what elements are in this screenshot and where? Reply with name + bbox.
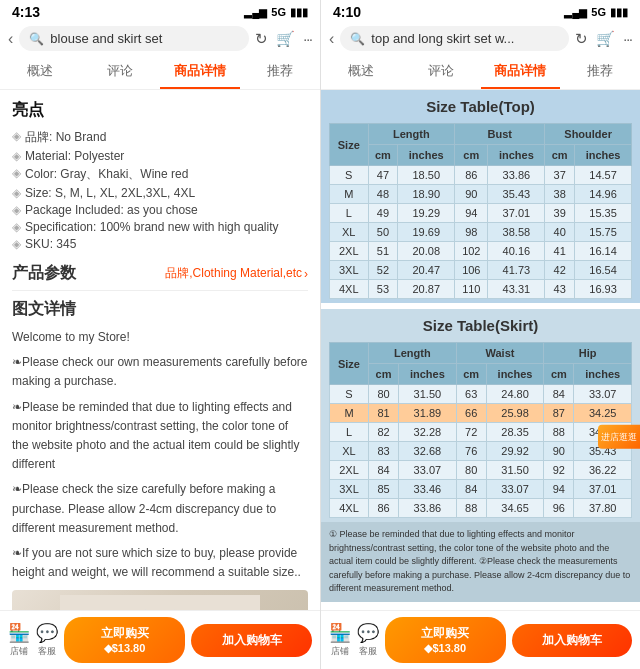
cell-bust-in: 40.16 (488, 242, 545, 261)
figure-para-2: ❧Please be reminded that due to lighting… (12, 398, 308, 475)
left-cart-icon[interactable]: 🛒 (276, 30, 295, 48)
float-btn-label: 进店逛逛 (601, 432, 637, 442)
highlights-title: 亮点 (12, 100, 308, 121)
right-cart-icon[interactable]: 🛒 (596, 30, 615, 48)
service-icon-item[interactable]: 💬 客服 (36, 622, 58, 658)
cell-size: 4XL (330, 280, 369, 299)
right-time: 4:10 (333, 4, 361, 20)
highlight-text: Package Included: as you chose (25, 203, 198, 217)
right-refresh-icon[interactable]: ↻ (575, 30, 588, 48)
tab-review-left[interactable]: 评论 (80, 55, 160, 89)
cell-bust-cm: 102 (455, 242, 488, 261)
right-store-label: 店铺 (331, 645, 349, 658)
cell-size: 2XL (330, 461, 369, 480)
right-content: Size Table(Top) Size Length Bust Shoulde… (321, 90, 640, 610)
table-row: 3XL 52 20.47 106 41.73 42 16.54 (330, 261, 632, 280)
highlight-text: Size: S, M, L, XL, 2XL,3XL, 4XL (25, 186, 195, 200)
cell-waist-in: 29.92 (486, 442, 544, 461)
cell-waist-cm: 84 (456, 480, 486, 499)
right-add-cart-label: 加入购物车 (542, 633, 602, 647)
tab-overview-right[interactable]: 概述 (321, 55, 401, 89)
left-phone: 4:13 ▂▄▆ 5G ▮▮▮ ‹ 🔍 ↻ 🛒 ··· 概述 评论 商品详情 推… (0, 0, 320, 669)
right-add-cart-button[interactable]: 加入购物车 (512, 624, 633, 657)
right-service-icon-item[interactable]: 💬 客服 (357, 622, 379, 658)
cell-length-in: 32.28 (399, 423, 457, 442)
right-battery-icon: ▮▮▮ (610, 6, 628, 19)
right-search-input[interactable] (371, 31, 559, 46)
left-time: 4:13 (12, 4, 40, 20)
cell-shoulder-in: 16.14 (575, 242, 632, 261)
store-float-button[interactable]: 进店逛逛 (598, 425, 640, 450)
cell-length-cm: 49 (368, 204, 398, 223)
col-length-cm: cm (368, 145, 398, 166)
cell-size: 3XL (330, 261, 369, 280)
cell-hip-cm: 92 (544, 461, 574, 480)
table-row: S 47 18.50 86 33.86 37 14.57 (330, 166, 632, 185)
cell-shoulder-cm: 43 (545, 280, 575, 299)
table-row: M 48 18.90 90 35.43 38 14.96 (330, 185, 632, 204)
left-status-icons: ▂▄▆ 5G ▮▮▮ (244, 6, 308, 19)
right-store-icon-item[interactable]: 🏪 店铺 (329, 622, 351, 658)
bullet: ◈ (12, 237, 21, 251)
cell-length-cm: 53 (368, 280, 398, 299)
right-status-icons: ▂▄▆ 5G ▮▮▮ (564, 6, 628, 19)
battery-icon: ▮▮▮ (290, 6, 308, 19)
cell-bust-cm: 90 (455, 185, 488, 204)
figure-para-3: ❧Please check the size carefully before … (12, 480, 308, 538)
left-search-input-wrap[interactable]: 🔍 (19, 26, 249, 51)
right-search-actions: ↻ 🛒 ··· (575, 30, 632, 48)
left-back-button[interactable]: ‹ (8, 30, 13, 48)
cell-size: L (330, 204, 369, 223)
left-search-input[interactable] (50, 31, 239, 46)
col-bust-in: inches (488, 145, 545, 166)
cell-size: S (330, 385, 369, 404)
right-more-icon[interactable]: ··· (623, 31, 632, 47)
cell-waist-cm: 66 (456, 404, 486, 423)
table-row: 2XL 84 33.07 80 31.50 92 36.22 (330, 461, 632, 480)
right-service-label: 客服 (359, 645, 377, 658)
right-buy-now-button[interactable]: 立即购买 ◆$13.80 (385, 617, 506, 663)
cell-shoulder-cm: 37 (545, 166, 575, 185)
right-buy-price: ◆$13.80 (389, 642, 502, 655)
cell-length-cm: 86 (368, 499, 398, 518)
tab-review-right[interactable]: 评论 (401, 55, 481, 89)
cell-length-in: 20.47 (398, 261, 455, 280)
cell-shoulder-cm: 41 (545, 242, 575, 261)
left-search-bar: ‹ 🔍 ↻ 🛒 ··· (0, 22, 320, 55)
cell-size: L (330, 423, 369, 442)
tab-detail-left[interactable]: 商品详情 (160, 55, 240, 89)
cell-hip-cm: 87 (544, 404, 574, 423)
right-signal-icon: ▂▄▆ (564, 7, 587, 18)
store-icon: 🏪 (8, 622, 30, 644)
store-icon-item[interactable]: 🏪 店铺 (8, 622, 30, 658)
tab-overview-left[interactable]: 概述 (0, 55, 80, 89)
col-shoulder: Shoulder (545, 124, 632, 145)
cell-shoulder-in: 14.96 (575, 185, 632, 204)
cell-waist-cm: 72 (456, 423, 486, 442)
product-params-row: 产品参数 品牌,Clothing Material,etc › (12, 263, 308, 291)
left-more-icon[interactable]: ··· (303, 31, 312, 47)
left-search-actions: ↻ 🛒 ··· (255, 30, 312, 48)
tab-detail-right[interactable]: 商品详情 (481, 55, 561, 89)
cell-length-cm: 51 (368, 242, 398, 261)
service-label: 客服 (38, 645, 56, 658)
cell-size: 2XL (330, 242, 369, 261)
highlight-text: SKU: 345 (25, 237, 76, 251)
left-refresh-icon[interactable]: ↻ (255, 30, 268, 48)
cell-bust-in: 35.43 (488, 185, 545, 204)
tab-recommend-left[interactable]: 推荐 (240, 55, 320, 89)
buy-now-button[interactable]: 立即购买 ◆$13.80 (64, 617, 185, 663)
add-cart-button[interactable]: 加入购物车 (191, 624, 312, 657)
cell-shoulder-in: 14.57 (575, 166, 632, 185)
signal-icon: ▂▄▆ (244, 7, 267, 18)
params-link[interactable]: 品牌,Clothing Material,etc › (165, 265, 308, 282)
footnote-text: ① Please be reminded that due to lightin… (329, 529, 630, 593)
cell-waist-in: 34.65 (486, 499, 544, 518)
svg-rect-1 (60, 595, 260, 610)
highlight-item: ◈Package Included: as you chose (12, 203, 308, 217)
tab-recommend-right[interactable]: 推荐 (560, 55, 640, 89)
figure-para-4: ❧If you are not sure which size to buy, … (12, 544, 308, 582)
right-search-input-wrap[interactable]: 🔍 (340, 26, 569, 51)
cell-shoulder-cm: 42 (545, 261, 575, 280)
right-back-button[interactable]: ‹ (329, 30, 334, 48)
